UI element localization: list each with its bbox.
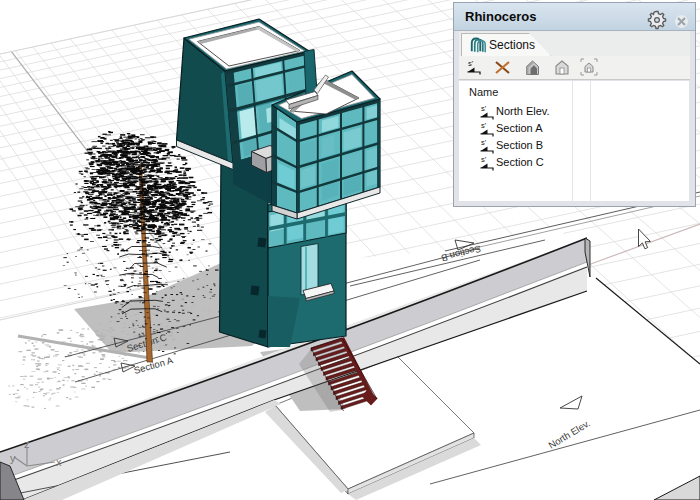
svg-text:s': s': [481, 138, 487, 147]
svg-text:s': s': [481, 155, 487, 164]
svg-text:z: z: [24, 438, 30, 450]
svg-text:s': s': [481, 121, 487, 130]
svg-text:s': s': [481, 104, 487, 113]
svg-text:y: y: [10, 452, 16, 464]
svg-text:x: x: [56, 456, 62, 468]
svg-text:s': s': [468, 59, 474, 68]
